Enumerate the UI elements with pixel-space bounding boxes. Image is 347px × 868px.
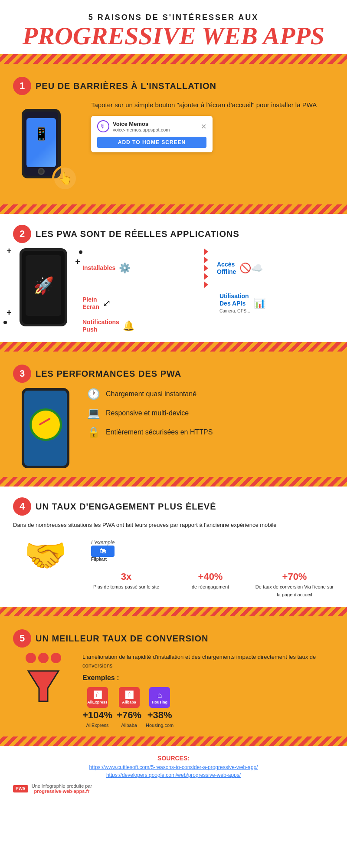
feature-apis: UtilisationDes APIsCamera, GPS... bbox=[219, 293, 250, 314]
section-4: 4 UN TAUX D'ENGAGEMENT PLUS ÉLEVÉ Dans d… bbox=[0, 487, 347, 607]
svg-marker-0 bbox=[28, 671, 59, 701]
sources-title: SOURCES: bbox=[13, 755, 334, 762]
section-title-5: UN MEILLEUR TAUX DE CONVERSION bbox=[36, 633, 209, 644]
section-5: 5 UN MEILLEUR TAUX DE CONVERSION L'améli… bbox=[0, 616, 347, 736]
stripe-divider-3 bbox=[0, 342, 347, 352]
plus-icon-tl: + bbox=[7, 246, 12, 256]
brand-housing: ⌂ Housing +38% Housing.com bbox=[146, 687, 174, 728]
installables-icon: ⚙️ bbox=[119, 263, 131, 274]
stripe-divider-5 bbox=[0, 607, 347, 616]
handshake-illustration: 🤝 bbox=[13, 535, 78, 576]
aliexpress-name: AliExpress bbox=[86, 723, 109, 728]
section-title-1: PEU DE BARRIÈRES À L'INSTALLATION bbox=[36, 81, 216, 91]
performance-features: 🕐 Chargement quasi instantané 💻 Responsi… bbox=[87, 388, 334, 445]
stat-number-2: +40% bbox=[171, 571, 250, 582]
section-title-2: LES PWA SONT DE RÉELLES APPLICATIONS bbox=[36, 229, 239, 239]
dot-decoration-2 bbox=[3, 321, 7, 324]
page-footer: SOURCES: https://www.cuttlesoft.com/5-re… bbox=[0, 746, 347, 802]
mic-icon: 🎙 bbox=[97, 120, 109, 132]
source-link-2[interactable]: https://developers.google.com/web/progre… bbox=[13, 772, 334, 778]
phone-illustration-3 bbox=[13, 388, 78, 468]
apis-icon: 📊 bbox=[254, 298, 265, 309]
footer-brand-text: Une infographie produite par progressive… bbox=[32, 783, 92, 794]
brand-aliexpress: 🅰 AliExpress +104% AliExpress bbox=[82, 687, 112, 728]
stat-item-3: +70% De taux de conversion Via l'icone s… bbox=[255, 571, 334, 598]
stat-item-1: 3x Plus de temps passé sur le site bbox=[87, 571, 166, 590]
source-link-1[interactable]: https://www.cuttlesoft.com/5-reasons-to-… bbox=[13, 764, 334, 770]
header-subtitle: 5 RAISONS DE S'INTÉRESSER AUX bbox=[17, 13, 330, 22]
section-number-5: 5 bbox=[13, 629, 31, 648]
clock-icon: 🕐 bbox=[87, 388, 101, 400]
section-number-4: 4 bbox=[13, 497, 31, 516]
stats-row: 3x Plus de temps passé sur le site +40% … bbox=[87, 571, 334, 598]
feature-plein-ecran: PleinEcran bbox=[82, 296, 99, 311]
app-url: voice-memos.appspot.com bbox=[113, 127, 170, 132]
perf-item-2: 💻 Responsive et multi-device bbox=[87, 407, 334, 419]
stat-number-1: 3x bbox=[87, 571, 166, 582]
example-label: L'exemple bbox=[91, 539, 115, 546]
flipkart-name: Flipkart bbox=[91, 557, 115, 562]
housing-logo: ⌂ Housing bbox=[149, 687, 170, 708]
feature-notifications: NotificationsPush bbox=[82, 319, 119, 333]
aliexpress-pct: +104% bbox=[82, 710, 112, 721]
funnel-illustration bbox=[13, 653, 74, 712]
features-grid: Installables ⚙️ AccèsOffline bbox=[82, 248, 334, 333]
close-icon[interactable]: ✕ bbox=[201, 122, 206, 131]
stripe-divider-1 bbox=[0, 54, 347, 64]
phone-illustration-2: 🚀 + + + bbox=[13, 248, 74, 326]
dot-decoration-1 bbox=[79, 250, 82, 254]
section-number-1: 1 bbox=[13, 77, 31, 95]
stripe-divider-6 bbox=[0, 736, 347, 746]
plus-icon-bl: + bbox=[7, 308, 12, 318]
alibaba-logo: 🅰 Alibaba bbox=[119, 687, 140, 708]
perf-item-1: 🕐 Chargement quasi instantané bbox=[87, 388, 334, 400]
section-title-4: UN TAUX D'ENGAGEMENT PLUS ÉLEVÉ bbox=[36, 501, 216, 512]
alibaba-name: Alibaba bbox=[121, 723, 137, 728]
stripe-divider-4 bbox=[0, 477, 347, 487]
add-to-home-button[interactable]: ADD TO HOME SCREEN bbox=[97, 137, 206, 148]
stat-number-3: +70% bbox=[255, 571, 334, 582]
aliexpress-logo: 🅰 AliExpress bbox=[87, 687, 108, 708]
section-title-3: LES PERFORMANCES DES PWA bbox=[36, 368, 181, 379]
fullscreen-icon: ⤢ bbox=[103, 298, 111, 309]
stripe-divider-2 bbox=[0, 204, 347, 214]
bell-icon: 🔔 bbox=[123, 320, 134, 332]
stat-item-2: +40% de réengagement bbox=[171, 571, 250, 590]
header-title: PROGRESSIVE WEB APPS bbox=[17, 22, 330, 50]
section4-description: Dans de nombreuses situations les PWA on… bbox=[13, 521, 334, 529]
lock-icon: 🔒 bbox=[87, 426, 101, 438]
footer-logo: PWA bbox=[13, 785, 28, 792]
app-name: Voice Memos bbox=[113, 121, 170, 127]
brand-alibaba: 🅰 Alibaba +76% Alibaba bbox=[117, 687, 141, 728]
footer-brand-area: PWA Une infographie produite par progres… bbox=[13, 783, 334, 794]
offline-icon: 🚫☁️ bbox=[239, 263, 263, 274]
section-number-3: 3 bbox=[13, 365, 31, 383]
section5-description: L'amélioration de la rapidité d'installa… bbox=[82, 653, 334, 670]
section1-description: Tapoter sur un simple bouton "ajouter à … bbox=[91, 100, 334, 110]
flipkart-example-box: L'exemple 🛍 Flipkart bbox=[87, 535, 119, 566]
flipkart-logo: 🛍 bbox=[91, 546, 115, 557]
feature-acces-offline: AccèsOffline bbox=[217, 261, 236, 276]
stat-label-1: Plus de temps passé sur le site bbox=[93, 584, 159, 589]
section-2: 2 LES PWA SONT DE RÉELLES APPLICATIONS 🚀… bbox=[0, 214, 347, 342]
page-header: 5 RAISONS DE S'INTÉRESSER AUX PROGRESSIV… bbox=[0, 0, 347, 54]
alibaba-pct: +76% bbox=[117, 710, 141, 721]
perf-text-1: Chargement quasi instantané bbox=[106, 390, 196, 398]
housing-pct: +38% bbox=[147, 710, 172, 721]
perf-text-2: Responsive et multi-device bbox=[106, 409, 189, 417]
laptop-icon: 💻 bbox=[87, 407, 101, 419]
section-1: 1 PEU DE BARRIÈRES À L'INSTALLATION 📱 👆 … bbox=[0, 64, 347, 204]
feature-installables: Installables bbox=[82, 264, 115, 272]
stat-label-2: de réengagement bbox=[192, 584, 229, 589]
chevron-divider bbox=[204, 248, 208, 288]
stat-label-3: De taux de conversion Via l'icone sur la… bbox=[255, 584, 334, 597]
install-banner: 🎙 Voice Memos voice-memos.appspot.com ✕ … bbox=[91, 116, 213, 152]
section-3: 3 LES PERFORMANCES DES PWA 🕐 Chargement … bbox=[0, 352, 347, 477]
section-number-2: 2 bbox=[13, 225, 31, 243]
perf-text-3: Entièrement sécurisées en HTTPS bbox=[106, 428, 213, 436]
brands-row: 🅰 AliExpress +104% AliExpress 🅰 Alibaba … bbox=[82, 687, 334, 728]
exemples-title: Exemples : bbox=[82, 674, 334, 682]
perf-item-3: 🔒 Entièrement sécurisées en HTTPS bbox=[87, 426, 334, 438]
phone-illustration-1: 📱 👆 bbox=[13, 100, 82, 196]
housing-name: Housing.com bbox=[146, 723, 174, 728]
